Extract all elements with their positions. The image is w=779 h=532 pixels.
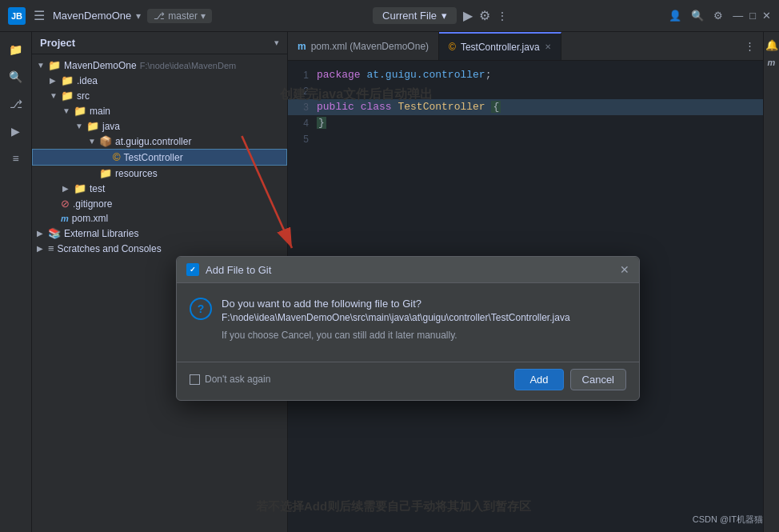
watermark: CSDN @IT机器猫 [693,514,763,526]
run-config-dropdown-icon: ▾ [441,10,447,22]
tabs-more-icon[interactable]: ⋮ [737,40,763,52]
dialog-title-left: ✓ Add File to Git [186,263,271,276]
dialog-message-row: ? Do you want to add the following file … [190,296,626,341]
dialog-body: ? Do you want to add the following file … [177,283,639,362]
tree-label: .idea [77,75,98,86]
tab-controller[interactable]: © TestController.java ✕ [439,32,561,60]
tree-item-scratches[interactable]: ▶ ≡ Scratches and Consoles [32,241,287,256]
arrow-icon: ▶ [37,244,46,253]
class-icon: © [113,151,121,163]
tree-label: test [90,183,105,194]
close-button[interactable]: ✕ [762,10,771,22]
find-button[interactable]: 🔍 [5,66,27,88]
tree-item-resources[interactable]: 📁 resources [32,166,287,181]
add-button[interactable]: Add [514,369,563,390]
tree-label: resources [115,168,158,179]
tab-pom[interactable]: m pom.xml (MavenDemoOne) [288,32,439,60]
structure-button[interactable]: ≡ [5,147,27,170]
file-tree-title: Project [40,37,75,49]
code-line-3: 3 public class TestController { [288,99,763,115]
folder-icon: 📁 [61,90,74,102]
more-run-options[interactable]: ⋮ [497,10,508,22]
tree-item-root[interactable]: ▼ 📁 MavenDemoOne F:\node\idea\MavenDem [32,58,287,73]
code-line-5: 5 [288,131,763,147]
file-tree-header: Project ▾ [32,32,287,54]
gitignore-icon: ⊘ [61,198,70,210]
tab-controller-label: TestController.java [461,42,540,53]
line-num: 4 [288,115,317,131]
ai-icon[interactable]: m [768,58,776,67]
cancel-button[interactable]: Cancel [570,369,626,390]
search-everywhere-icon[interactable]: 🔍 [691,10,704,22]
tab-close-icon[interactable]: ✕ [545,42,551,51]
branch-selector[interactable]: ⎇ master ▾ [147,9,212,23]
line-num: 1 [288,67,317,83]
tree-item-main[interactable]: ▼ 📁 main [32,103,287,118]
left-sidebar-icons: 📁 🔍 ⎇ ▶ ≡ [0,32,32,532]
debug-button[interactable]: ⚙ [479,8,490,23]
right-sidebar: 🔔 m [763,32,779,532]
tree-label: pom.xml [72,213,108,224]
tree-label: MavenDemoOne [64,60,137,71]
tree-item-idea[interactable]: ▶ 📁 .idea [32,73,287,88]
window-controls: — □ ✕ [733,10,771,22]
arrow-icon: ▼ [75,122,85,130]
settings-icon[interactable]: ⚙ [713,10,723,22]
line-content: } [317,115,326,131]
dialog-close-button[interactable]: ✕ [620,263,629,276]
code-line-1: 1 package at.guigu.controller; [288,67,763,83]
account-icon[interactable]: 👤 [669,10,681,22]
run-tool-button[interactable]: ▶ [5,120,27,142]
tree-path: F:\node\idea\MavenDem [140,61,236,70]
center-toolbar: Current File ▾ ▶ ⚙ ⋮ [212,7,669,24]
tree-label: Scratches and Consoles [58,243,162,254]
folder-icon: 📁 [74,182,86,194]
folder-icon: 📁 [61,74,74,86]
folder-icon: 📁 [99,167,112,179]
dialog-message-line1: Do you want to add the following file to… [222,296,570,312]
tree-item-testcontroller[interactable]: © TestController [32,149,287,166]
notifications-icon[interactable]: 🔔 [765,38,777,51]
project-dropdown-icon[interactable]: ▾ [136,10,141,22]
main-layout: 📁 🔍 ⎇ ▶ ≡ Project ▾ ▼ 📁 MavenDemoOne F:\… [0,32,779,532]
tree-item-test[interactable]: ▶ 📁 test [32,181,287,196]
maximize-button[interactable]: □ [749,10,756,22]
tree-item-src[interactable]: ▼ 📁 src [32,88,287,103]
tree-item-package[interactable]: ▼ 📦 at.guigu.controller [32,134,287,149]
branch-dropdown-icon: ▾ [201,10,206,22]
dialog-info-icon: ? [190,298,212,320]
arrow-icon: ▼ [50,91,59,100]
project-name[interactable]: MavenDemoOne [53,10,131,22]
tree-item-gitignore[interactable]: ⊘ .gitignore [32,196,287,211]
arrow-icon: ▼ [88,137,98,146]
tree-item-external-libs[interactable]: ▶ 📚 External Libraries [32,226,287,241]
line-content: package at.guigu.controller; [317,67,491,83]
arrow-icon: ▶ [37,229,46,238]
libs-icon: 📚 [48,227,61,239]
menu-icons: ☰ [32,6,46,25]
tree-label: at.guigu.controller [115,136,191,147]
app-logo: JB [8,7,26,25]
run-button[interactable]: ▶ [463,8,473,23]
minimize-button[interactable]: — [733,10,743,22]
line-num: 3 [288,99,317,115]
vcs-button[interactable]: ⎇ [5,93,27,115]
editor-tabs: m pom.xml (MavenDemoOne) © TestControlle… [288,32,763,61]
dialog-message-content: Do you want to add the following file to… [222,296,570,341]
project-dropdown-arrow[interactable]: ▾ [274,38,279,48]
sidebar-toggle-button[interactable]: 📁 [5,38,27,61]
titlebar: JB ☰ MavenDemoOne ▾ ⎇ master ▾ Current F… [0,0,779,32]
run-config-label: Current File [382,10,437,22]
arrow-icon: ▶ [62,184,72,193]
tree-item-java[interactable]: ▼ 📁 java [32,118,287,134]
dont-ask-again-label: Don't ask again [205,374,270,385]
dialog-title-text: Add File to Git [206,264,271,276]
dont-ask-again-checkbox[interactable] [190,374,200,385]
dialog-footer: Don't ask again Add Cancel [177,362,639,400]
dialog-buttons: Add Cancel [514,369,626,390]
tree-item-pom[interactable]: m pom.xml [32,211,287,226]
run-config-selector[interactable]: Current File ▾ [373,7,457,24]
hamburger-icon[interactable]: ☰ [32,6,46,25]
branch-name: master [168,10,198,22]
dialog-message-path: F:\node\idea\MavenDemoOne\src\main\java\… [222,312,570,323]
